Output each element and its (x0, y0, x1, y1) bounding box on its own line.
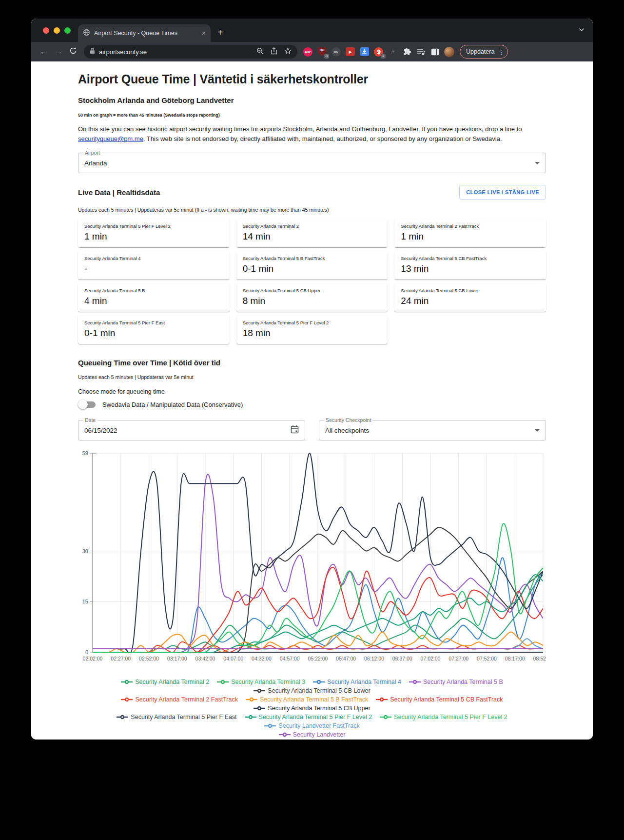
browser-window: Airport Security - Queue Times × + ← → a… (31, 19, 593, 740)
share-icon[interactable] (271, 47, 277, 57)
extensions-puzzle-icon[interactable] (400, 45, 413, 58)
page-subtitle: Stockholm Arlanda and Göteborg Landvette… (78, 96, 546, 104)
live-card-title: Security Arlanda Terminal 5 B FastTrack (243, 256, 382, 261)
traffic-lights (43, 27, 71, 34)
ublock-badge: 3 (324, 54, 329, 59)
vd-extension-icon[interactable]: v> (330, 45, 343, 58)
live-card-title: Security Arlanda Terminal 5 CB Upper (243, 288, 382, 293)
checkpoint-select-label: Security Checkpoint (324, 417, 373, 423)
legend-item[interactable]: Security Arlanda Terminal 2 (121, 679, 209, 685)
airport-select[interactable]: Airport Arlanda (78, 153, 546, 173)
date-input[interactable]: Date 06/15/2022 (78, 420, 305, 440)
legend-item[interactable]: Security Arlanda Terminal 2 FastTrack (121, 696, 238, 703)
tab-close-icon[interactable]: × (202, 30, 206, 37)
legend-item[interactable]: Security Arlanda Terminal 4 (313, 679, 401, 685)
legend-item[interactable]: Security Arlanda Terminal 3 (217, 679, 305, 685)
legend-line-marker-icon (245, 715, 256, 720)
lock-icon[interactable] (90, 47, 95, 56)
blocker-hand-extension-icon[interactable]: 1 (372, 45, 385, 58)
legend-row: Security Arlanda Terminal 2Security Arla… (78, 679, 546, 694)
legend-item[interactable]: Security Arlanda Terminal 5 Pier F East (117, 714, 236, 720)
minimize-window-button[interactable] (54, 27, 60, 34)
calendar-icon[interactable] (291, 425, 299, 436)
favicon-globe-icon (83, 29, 90, 38)
live-updates-note: Updates each 5 minutes | Uppdateras var … (78, 207, 546, 213)
close-window-button[interactable] (43, 27, 49, 34)
tab-search-chevron-icon[interactable] (578, 26, 585, 35)
legend-item[interactable]: Security Arlanda Terminal 5 Pier F Level… (380, 714, 507, 720)
browser-toolbar: ← → airportsecurity.se ABP (31, 42, 593, 61)
legend-label: Security Arlanda Terminal 5 B (423, 679, 503, 685)
live-card-value: 8 min (243, 296, 382, 306)
adblock-plus-extension-icon[interactable]: ABP (301, 45, 314, 58)
live-card-title: Security Arlanda Terminal 5 CB Lower (401, 288, 540, 293)
chart-legend: Security Arlanda Terminal 2Security Arla… (78, 679, 546, 738)
profile-avatar[interactable] (443, 45, 456, 58)
legend-line-marker-icon (279, 732, 291, 737)
svg-text:30: 30 (82, 548, 88, 554)
svg-text:04:32:00: 04:32:00 (252, 656, 272, 661)
svg-text:04:07:00: 04:07:00 (223, 656, 243, 661)
reload-button[interactable] (66, 47, 80, 57)
legend-item[interactable]: Security Arlanda Terminal 5 CB Lower (254, 687, 370, 694)
new-tab-button[interactable]: + (217, 27, 223, 38)
back-button[interactable]: ← (37, 47, 51, 57)
svg-text:04:57:00: 04:57:00 (280, 656, 300, 661)
browser-tab[interactable]: Airport Security - Queue Times × (78, 24, 211, 42)
live-card-value: 4 min (84, 296, 223, 306)
svg-text:0: 0 (85, 649, 88, 655)
svg-text:03:17:00: 03:17:00 (167, 656, 187, 661)
legend-item[interactable]: Security Arlanda Terminal 5 B FastTrack (246, 696, 368, 703)
download-extension-icon[interactable] (358, 45, 371, 58)
legend-item[interactable]: Security Arlanda Terminal 5 CB FastTrack (376, 696, 503, 703)
svg-text:02:52:00: 02:52:00 (139, 656, 159, 661)
forward-button[interactable]: → (52, 47, 65, 57)
url-text: airportsecurity.se (99, 48, 253, 56)
update-button-label: Uppdatera (466, 48, 494, 55)
tab-title: Airport Security - Queue Times (94, 30, 198, 37)
side-panel-icon[interactable] (429, 45, 442, 58)
chrome-update-button[interactable]: Uppdatera ⋮ (460, 45, 508, 59)
legend-item[interactable]: Security Landvetter (279, 731, 346, 738)
live-card-title: Security Arlanda Terminal 5 B (84, 288, 223, 293)
close-live-button[interactable]: CLOSE LIVE / STÄNG LIVE (459, 185, 546, 200)
svg-text:03:42:00: 03:42:00 (195, 656, 215, 661)
live-card-title: Security Arlanda Terminal 2 (243, 223, 382, 229)
data-mode-toggle[interactable] (79, 401, 96, 408)
legend-line-marker-icon (254, 688, 265, 693)
live-card-title: Security Arlanda Terminal 5 CB FastTrack (401, 256, 540, 261)
legend-row: Security Landvetter (78, 731, 546, 738)
live-card-value: 13 min (401, 263, 540, 274)
legend-item[interactable]: Security Arlanda Terminal 5 CB Upper (254, 705, 370, 712)
legend-label: Security Arlanda Terminal 2 (135, 679, 209, 685)
address-bar[interactable]: airportsecurity.se (84, 45, 297, 59)
live-card-value: 24 min (401, 296, 540, 306)
live-card-value: 0-1 min (243, 263, 382, 274)
video-play-extension-icon[interactable]: ▶ (344, 45, 357, 58)
blocker-badge: 1 (381, 54, 386, 59)
bookmark-star-icon[interactable] (284, 47, 292, 57)
live-card: Security Arlanda Terminal 5 CB Lower24 m… (394, 283, 546, 312)
chevron-down-icon (535, 162, 540, 164)
legend-item[interactable]: Security Arlanda Terminal 5 Pier F Level… (245, 714, 372, 720)
legend-item[interactable]: Security Arlanda Terminal 5 B (409, 679, 503, 685)
hash-extension-icon[interactable]: # (386, 45, 399, 58)
zoom-out-icon[interactable] (256, 47, 264, 57)
queue-time-chart[interactable]: 02:02:0002:27:0002:52:0003:17:0003:42:00… (78, 447, 546, 674)
legend-line-marker-icon (313, 680, 325, 684)
live-card: Security Arlanda Terminal 5 CB Upper8 mi… (236, 283, 388, 312)
svg-text:07:52:00: 07:52:00 (477, 656, 497, 661)
contact-email-link[interactable]: securityqueue@pm.me (78, 135, 143, 142)
svg-text:02:27:00: 02:27:00 (111, 656, 131, 661)
live-card: Security Arlanda Terminal 5 Pier F Level… (78, 219, 230, 247)
legend-item[interactable]: Security Landvetter FastTrack (264, 722, 359, 729)
playlist-music-icon[interactable] (414, 45, 428, 58)
svg-text:06:37:00: 06:37:00 (392, 656, 412, 661)
checkpoint-select-value: All checkpoints (325, 427, 369, 434)
checkpoint-select[interactable]: Security Checkpoint All checkpoints (319, 420, 546, 440)
legend-label: Security Arlanda Terminal 5 B FastTrack (260, 696, 368, 703)
legend-label: Security Landvetter (293, 731, 346, 738)
browser-menu-icon[interactable]: ⋮ (498, 48, 505, 56)
zoom-window-button[interactable] (64, 27, 71, 34)
ublock-extension-icon[interactable]: uO 3 (315, 45, 329, 58)
